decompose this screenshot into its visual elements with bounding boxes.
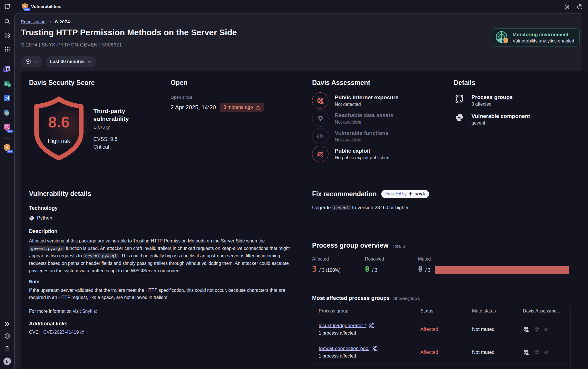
sidebar-item-objects-app[interactable] <box>3 109 11 116</box>
code-vulnerability-icon <box>312 128 328 144</box>
davis-assessment-card: Davis Assessment Public internet exposur… <box>304 71 454 190</box>
cve-link[interactable]: CVE-2023-41419 <box>43 330 79 335</box>
stat-label: Resolved <box>365 257 384 262</box>
card-title: Fix recommendation <box>312 190 377 198</box>
status-value: Affected <box>420 349 472 355</box>
launcher-play-icon[interactable] <box>4 32 11 39</box>
stat-resolved: Resolved 0 / 3 <box>365 257 384 273</box>
sidebar-item-shuffle-app[interactable] <box>3 94 11 102</box>
diamond-icon <box>534 349 539 355</box>
vulnerability-type: Third-party vulnerability <box>93 107 139 123</box>
card-title: Davis Security Score <box>29 79 163 87</box>
stat-value: 0 <box>365 265 370 273</box>
open-since-label: Open since <box>171 95 305 100</box>
assessment-title: Vulnerable functions <box>335 130 388 136</box>
inline-code: gevent.pywsgi <box>29 246 65 251</box>
timeframe-selector[interactable]: Last 30 minutes <box>46 56 96 67</box>
more-info-row: For more information visit Snyk <box>29 309 305 314</box>
process-group-link[interactable]: tomcat-connection-pool <box>319 346 370 351</box>
stat-label: Muted <box>418 257 431 262</box>
page-subtitle: S-2074 | SNYK-PYTHON-GEVENT-5906371 <box>21 42 122 48</box>
processes-affected-label: 1 process affected <box>319 354 420 359</box>
usage-chart-icon[interactable] <box>4 345 10 351</box>
radar-shield-icon <box>495 31 509 44</box>
description-paragraph: Affected versions of this package are vu… <box>29 237 290 275</box>
snyk-label: snyk <box>415 191 425 197</box>
assessment-title: Reachable data assets <box>335 112 393 119</box>
left-sidebar: NEW NEW L <box>0 13 14 369</box>
chevron-down-icon <box>34 60 38 64</box>
warning-triangle-icon <box>255 105 261 110</box>
process-group-grid-icon <box>372 346 378 351</box>
total-count-label: Total 3 <box>392 244 405 248</box>
sidebar-item-vulnerabilities-app[interactable]: NEW <box>3 144 11 152</box>
search-icon[interactable] <box>4 18 10 25</box>
security-score-value: 8.6 <box>29 113 89 131</box>
help-icon[interactable] <box>577 4 583 10</box>
cve-row: CVE: CVE-2023-41419 <box>29 330 305 335</box>
column-status: Status <box>420 308 472 314</box>
technology-heading: Technology <box>29 205 305 211</box>
assessment-status: No public exploit published <box>335 155 389 160</box>
bug-slash-icon <box>312 146 328 162</box>
support-lifebuoy-icon[interactable] <box>4 333 10 339</box>
age-badge: 3 months ago <box>220 103 264 112</box>
most-affected-heading: Most affected process groups <box>312 295 390 301</box>
process-group-link[interactable]: locust loadgenerator-* <box>319 323 366 329</box>
inline-code: gevent.pywsgi <box>83 253 119 259</box>
app-grid-icon[interactable] <box>4 46 10 52</box>
app-title: NEW Vulnerabilities <box>22 3 61 10</box>
mute-status-value: Not muted <box>472 327 523 332</box>
technology-value: Python <box>37 215 52 221</box>
stat-label: Affected <box>312 257 341 262</box>
details-value: 3 affected <box>471 102 513 107</box>
chevron-right-icon <box>48 20 52 24</box>
external-link-icon <box>80 330 84 334</box>
globe-slash-icon <box>523 326 529 333</box>
cube-icon <box>25 59 31 65</box>
assessment-title: Public internet exposure <box>335 94 399 101</box>
open-status-card: Open Open since 2 Apr 2025, 14:20 3 mont… <box>163 71 313 190</box>
column-process-group: Process group <box>312 308 420 314</box>
details-title: Vulnerable component <box>471 113 530 119</box>
snyk-link[interactable]: Snyk <box>82 309 92 314</box>
mute-status-value: Not muted <box>472 349 523 355</box>
provided-by-snyk-badge[interactable]: Provided by snyk <box>381 190 429 198</box>
details-row: Vulnerable component gevent <box>454 113 588 126</box>
breadcrumb-current: S-2074 <box>55 19 70 24</box>
breadcrumb-prioritization-link[interactable]: Prioritization <box>21 19 45 24</box>
settings-gear-icon[interactable] <box>564 4 570 10</box>
page-title: Trusting HTTP Permission Methods on the … <box>21 28 237 37</box>
sidebar-item-shield-search-app[interactable]: NEW <box>3 123 11 131</box>
user-avatar[interactable]: L <box>3 358 11 365</box>
stat-value: 3 <box>312 265 317 273</box>
assessment-status: Not available <box>335 120 393 125</box>
davis-security-score-card: Davis Security Score 8.6 High risk Third… <box>21 71 171 190</box>
provided-by-label: Provided by <box>385 192 407 196</box>
age-badge-label: 3 months ago <box>223 104 253 110</box>
security-score-risk: High risk <box>29 138 89 144</box>
inline-code: gevent <box>332 205 351 210</box>
sidebar-item-layers-app[interactable] <box>3 65 11 73</box>
affected-ratio-bar <box>435 266 569 274</box>
column-davis-assessment: Davis Assessme... <box>523 308 570 314</box>
process-groups-table: Process group Status Mute status Davis A… <box>312 304 570 369</box>
stat-muted: Muted 0 / 3 <box>418 257 431 273</box>
description-heading: Description <box>29 228 305 234</box>
more-info-prefix: For more information visit <box>29 309 82 314</box>
expand-sidebar-icon[interactable] <box>4 321 10 327</box>
stat-detail: / 3 (100%) <box>319 268 341 273</box>
globe-slash-icon <box>523 349 529 356</box>
process-group-overview-card: Process group overview Total 3 Affected … <box>304 234 588 369</box>
dynatrace-logo-icon[interactable] <box>4 3 11 10</box>
assessment-row: Public internet exposure Not detected <box>312 92 446 109</box>
sidebar-item-charts-app[interactable] <box>3 80 11 88</box>
process-groups-icon <box>454 94 465 107</box>
monitoring-environment-badge[interactable]: Monitoring environment Vulnerability ana… <box>492 28 580 47</box>
table-row <box>312 364 570 369</box>
diamond-icon <box>534 327 539 332</box>
table-row: locust loadgenerator-* 1 process affecte… <box>312 318 570 341</box>
assessment-title: Public exploit <box>335 148 389 154</box>
scope-filter-button[interactable] <box>21 56 42 67</box>
code-vulnerability-icon <box>544 327 550 332</box>
